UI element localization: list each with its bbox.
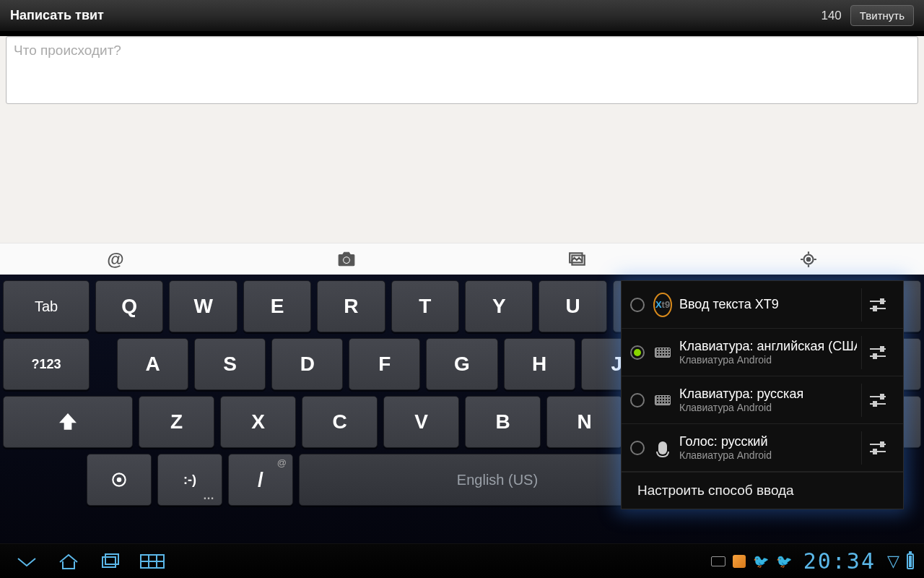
- sliders-icon: [870, 441, 886, 454]
- compose-toolbar: @: [0, 243, 924, 275]
- camera-icon: [337, 250, 356, 269]
- key-y[interactable]: Y: [465, 280, 533, 332]
- sliders-icon: [870, 298, 886, 311]
- mention-button[interactable]: @: [0, 243, 231, 275]
- radio-unselected-icon: [630, 441, 645, 455]
- compose-header: Написать твит 140 Твитнуть: [0, 0, 924, 32]
- key-q[interactable]: Q: [95, 280, 163, 332]
- ime-option-russian[interactable]: Клавиатура: русская Клавиатура Android: [622, 376, 903, 424]
- key-slash[interactable]: @ /: [228, 454, 293, 506]
- keyboard-notification-icon: [711, 556, 725, 566]
- input-method-popup: Xt9 Ввод текста XT9 Клавиатура: английск…: [621, 280, 904, 509]
- key-h[interactable]: H: [504, 338, 575, 390]
- notification-tray[interactable]: 🐦 🐦 20:34 ▽: [711, 548, 918, 574]
- more-dots-icon: …: [203, 489, 216, 502]
- key-f[interactable]: F: [349, 338, 420, 390]
- key-tab[interactable]: Tab: [3, 280, 90, 332]
- key-shift[interactable]: [3, 396, 133, 448]
- ime-settings-button[interactable]: [861, 288, 893, 322]
- key-r[interactable]: R: [317, 280, 385, 332]
- at-icon: @: [107, 249, 123, 269]
- svg-point-3: [806, 257, 810, 261]
- radio-unselected-icon: [630, 298, 645, 312]
- ime-configure-link[interactable]: Настроить способ ввода: [622, 472, 903, 509]
- gallery-button[interactable]: [462, 243, 693, 275]
- ime-subtitle: Клавиатура Android: [679, 354, 857, 366]
- key-c[interactable]: C: [302, 396, 378, 448]
- twitter-icon: 🐦: [753, 553, 769, 569]
- grid-icon: [140, 554, 165, 569]
- xt9-icon: Xt9: [653, 297, 672, 313]
- radio-selected-icon: [630, 345, 645, 360]
- sliders-icon: [870, 394, 886, 407]
- nav-back-button[interactable]: [6, 549, 48, 574]
- camera-button[interactable]: [231, 243, 462, 275]
- ime-title: Голос: русский: [679, 434, 857, 449]
- key-u[interactable]: U: [539, 280, 606, 332]
- nav-home-button[interactable]: [48, 549, 90, 574]
- location-button[interactable]: [693, 243, 924, 275]
- gear-icon: [110, 470, 128, 489]
- recents-icon: [100, 553, 121, 570]
- key-b[interactable]: B: [465, 396, 541, 448]
- tweet-placeholder: Что происходит?: [14, 43, 121, 58]
- key-settings[interactable]: [87, 454, 152, 506]
- key-z[interactable]: Z: [139, 396, 214, 448]
- twitter-icon: 🐦: [776, 553, 792, 569]
- page-title: Написать твит: [10, 8, 821, 23]
- wifi-icon: ▽: [887, 552, 899, 571]
- tweet-input[interactable]: Что происходит?: [6, 36, 918, 104]
- key-a[interactable]: A: [117, 338, 188, 390]
- key-n[interactable]: N: [546, 396, 622, 448]
- ime-settings-button[interactable]: [861, 336, 893, 369]
- svg-point-5: [117, 478, 122, 483]
- ime-option-english[interactable]: Клавиатура: английская (США) Клавиатура …: [622, 329, 903, 376]
- gallery-icon: [568, 250, 587, 269]
- ime-subtitle: Клавиатура Android: [679, 449, 857, 461]
- system-bar: 🐦 🐦 20:34 ▽: [0, 543, 924, 578]
- svg-rect-10: [105, 554, 118, 564]
- key-e[interactable]: E: [243, 280, 311, 332]
- key-g[interactable]: G: [426, 338, 497, 390]
- radio-unselected-icon: [630, 393, 645, 407]
- ime-subtitle: Клавиатура Android: [679, 402, 857, 413]
- ime-title: Клавиатура: русская: [679, 387, 857, 402]
- nav-recents-button[interactable]: [90, 549, 131, 574]
- key-d[interactable]: D: [271, 338, 343, 390]
- app-notification-icon: [733, 555, 746, 568]
- battery-icon: [907, 553, 914, 569]
- key-symbols[interactable]: ?123: [3, 338, 90, 390]
- keyboard-icon: [653, 345, 672, 361]
- ime-option-voice-russian[interactable]: Голос: русский Клавиатура Android: [622, 424, 903, 472]
- clock: 20:34: [803, 548, 876, 574]
- keyboard-icon: [653, 392, 672, 408]
- home-icon: [58, 552, 79, 571]
- ime-title: Ввод текста XT9: [679, 297, 857, 312]
- key-v[interactable]: V: [383, 396, 459, 448]
- shift-icon: [56, 410, 79, 434]
- mic-icon: [653, 440, 672, 456]
- sliders-icon: [870, 346, 886, 359]
- tweet-button[interactable]: Твитнуть: [850, 5, 914, 26]
- location-icon: [799, 250, 818, 269]
- chevron-down-icon: [15, 554, 38, 569]
- key-s[interactable]: S: [194, 338, 266, 390]
- key-x[interactable]: X: [220, 396, 296, 448]
- ime-settings-button[interactable]: [861, 431, 893, 465]
- ime-option-xt9[interactable]: Xt9 Ввод текста XT9: [622, 281, 903, 329]
- key-emoticon[interactable]: :-) …: [157, 454, 222, 506]
- ime-title: Клавиатура: английская (США): [679, 339, 857, 354]
- nav-screenshot-button[interactable]: [131, 549, 173, 574]
- key-w[interactable]: W: [169, 280, 237, 332]
- ime-settings-button[interactable]: [861, 384, 893, 417]
- svg-rect-9: [103, 557, 116, 567]
- char-counter: 140: [821, 9, 841, 23]
- key-t[interactable]: T: [391, 280, 459, 332]
